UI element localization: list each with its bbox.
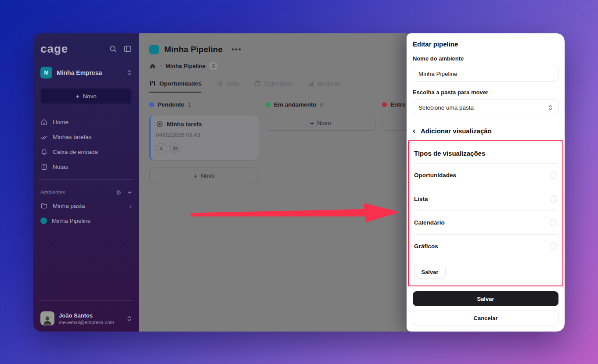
plus-icon: + (194, 172, 198, 179)
sidebar-item-home[interactable]: Home (40, 114, 132, 129)
list-icon (216, 80, 223, 87)
page-title: Minha Pipeline (164, 45, 223, 54)
tab-label: Oportunidades (159, 80, 202, 87)
column-name: Em andamento (274, 101, 317, 108)
calendar-icon (254, 80, 261, 87)
tab-label: Calendário (264, 80, 293, 87)
plus-icon: + (76, 93, 79, 100)
task-card[interactable]: Minha tarefa 04/02/2026 09:43 (149, 115, 259, 161)
plus-icon[interactable]: + (128, 189, 132, 196)
column-status-dot (382, 102, 387, 107)
add-view-heading: Adicionar visualização (421, 127, 492, 135)
save-button[interactable]: Salvar (413, 291, 558, 306)
kanban-column-em-andamento: Em andamento 0 + Novo (266, 101, 375, 131)
column-count: 0 (320, 101, 323, 108)
workspace-name: Minha Empresa (57, 69, 122, 76)
ambientes-section-label: Ambientes (40, 189, 116, 196)
due-date-icon[interactable] (170, 143, 180, 154)
chevron-updown-icon (548, 104, 553, 111)
column-name: Pendente (158, 101, 184, 108)
task-title: Minha tarefa (167, 121, 202, 128)
folder-select-value: Selecione uma pasta (418, 104, 474, 111)
home-icon[interactable] (149, 63, 156, 69)
type-option-oportunidades[interactable]: Oportunidades (414, 164, 557, 187)
radio-icon[interactable] (550, 171, 557, 179)
name-field-label: Nome do ambiente (413, 55, 558, 62)
pipeline-label: Minha Pipeline (52, 218, 91, 224)
workspace-avatar: M (40, 67, 52, 79)
target-icon (156, 121, 163, 128)
search-icon[interactable] (109, 45, 117, 53)
type-option-label: Calendário (414, 219, 445, 226)
radio-icon[interactable] (550, 243, 557, 250)
tab-oportunidades[interactable]: Oportunidades (149, 80, 202, 93)
add-card-button[interactable]: + Novo (266, 115, 375, 131)
assignee-icon[interactable] (156, 143, 166, 154)
folder-select[interactable]: Selecione uma pasta (413, 100, 558, 115)
modal-title: Editar pipeline (413, 40, 558, 48)
folder-field-label: Escolha a pasta para mover (413, 89, 558, 96)
types-save-button[interactable]: Salvar (414, 265, 446, 279)
gear-icon[interactable]: ⚙ (116, 189, 122, 196)
add-card-label: Novo (201, 172, 215, 179)
column-name: Entre (390, 101, 406, 108)
kanban-column-pendente: Pendente 1 Minha tarefa 04/02/2026 09:43 (149, 101, 259, 183)
types-heading: Tipos de visualizações (414, 146, 557, 164)
column-status-dot (149, 102, 154, 107)
sidebar-item-label: Minhas tarefas (53, 134, 92, 140)
plus-icon: + (310, 119, 314, 127)
user-menu[interactable]: João Santos meuemail@empresa.com (40, 311, 132, 325)
pipeline-color-icon (149, 45, 159, 54)
radio-icon[interactable] (550, 195, 557, 203)
folder-icon (40, 202, 48, 210)
add-card-label: Novo (317, 120, 331, 126)
tab-label: Lista (227, 80, 239, 87)
new-button-label: Novo (83, 93, 97, 100)
sidebar-toggle-icon[interactable] (123, 45, 132, 53)
sidebar-item-label: Home (53, 119, 68, 125)
note-icon (40, 163, 48, 171)
app-window: cage M Minha Empresa + Novo (33, 33, 565, 332)
chevron-left-icon[interactable]: ‹ (413, 127, 415, 135)
sidebar-item-minha-pasta[interactable]: Minha pasta › (40, 198, 132, 213)
divider (39, 179, 133, 180)
tab-lista[interactable]: Lista (216, 80, 239, 93)
tab-label: Gráficos (318, 80, 340, 87)
type-option-lista[interactable]: Lista (414, 187, 557, 211)
breadcrumb-current[interactable]: Minha Pipeline (166, 63, 205, 69)
type-option-label: Lista (414, 196, 428, 202)
sidebar-item-notas[interactable]: Notas (40, 159, 132, 174)
sidebar-item-label: Notas (53, 164, 68, 170)
name-input[interactable] (413, 66, 558, 82)
ellipsis-menu-icon[interactable]: ••• (231, 45, 242, 54)
type-option-calendario[interactable]: Calendário (414, 211, 557, 235)
chevron-updown-icon (127, 69, 132, 76)
folder-label: Minha pasta (53, 203, 85, 209)
breadcrumb-switcher-icon[interactable] (209, 62, 217, 70)
tab-calendario[interactable]: Calendário (254, 80, 293, 93)
tab-graficos[interactable]: Gráficos (308, 80, 340, 93)
chevron-right-icon: › (160, 63, 162, 69)
sidebar-item-caixa-de-entrada[interactable]: Caixa de entrada (40, 144, 132, 159)
user-name: João Santos (59, 312, 122, 319)
app-logo: cage (40, 43, 68, 54)
home-icon (40, 118, 48, 126)
user-email: meuemail@empresa.com (59, 320, 122, 325)
pipeline-dot-icon (40, 218, 47, 224)
cancel-button[interactable]: Cancelar (413, 310, 558, 325)
radio-icon[interactable] (550, 219, 557, 226)
sidebar-item-minha-pipeline[interactable]: Minha Pipeline (40, 213, 132, 228)
double-check-icon (40, 133, 48, 141)
edit-pipeline-modal: Editar pipeline Nome do ambiente Escolha… (407, 33, 565, 332)
workspace-selector[interactable]: M Minha Empresa (40, 67, 132, 79)
bell-icon (40, 148, 48, 156)
sidebar: cage M Minha Empresa + Novo (33, 33, 139, 332)
column-status-dot (266, 102, 270, 107)
chevron-right-icon: › (130, 202, 132, 210)
type-option-graficos[interactable]: Gráficos (414, 235, 557, 258)
sidebar-new-button[interactable]: + Novo (40, 88, 132, 104)
bar-chart-icon (308, 80, 314, 87)
sidebar-item-minhas-tarefas[interactable]: Minhas tarefas (40, 129, 132, 144)
add-card-button[interactable]: + Novo (149, 168, 259, 183)
chevron-updown-icon (127, 315, 132, 322)
